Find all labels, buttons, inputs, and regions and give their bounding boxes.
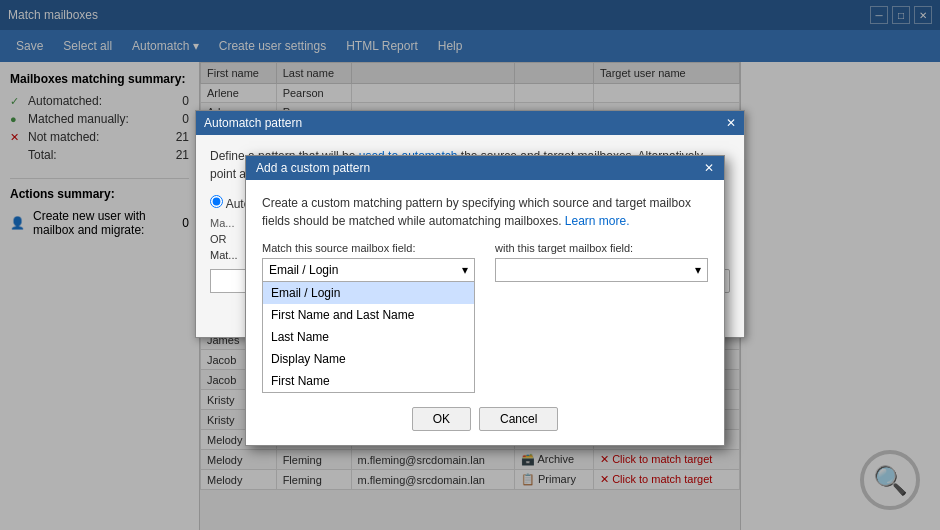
custom-pattern-titlebar: Add a custom pattern ✕: [246, 156, 724, 180]
chevron-down-icon: ▾: [462, 263, 468, 277]
chevron-down-icon-target: ▾: [695, 263, 701, 277]
custom-pattern-buttons: OK Cancel: [262, 407, 708, 431]
target-dropdown-button[interactable]: ▾: [495, 258, 708, 282]
custom-pattern-close-button[interactable]: ✕: [704, 161, 714, 175]
custom-pattern-content: Create a custom matching pattern by spec…: [246, 180, 724, 445]
target-field-label: with this target mailbox field:: [495, 242, 708, 254]
custom-pattern-cancel-button[interactable]: Cancel: [479, 407, 558, 431]
automatch-title: Automatch pattern: [204, 116, 302, 130]
automatch-close-button[interactable]: ✕: [726, 116, 736, 130]
source-dropdown-list: Email / Login First Name and Last Name L…: [262, 281, 475, 393]
custom-pattern-ok-button[interactable]: OK: [412, 407, 471, 431]
automatch-radio-auto[interactable]: [210, 195, 223, 208]
custom-pattern-title: Add a custom pattern: [256, 161, 370, 175]
learn-more-link[interactable]: Learn more.: [565, 214, 630, 228]
target-field-group: with this target mailbox field: ▾: [495, 242, 708, 393]
source-option-lastname[interactable]: Last Name: [263, 326, 474, 348]
fields-row: Match this source mailbox field: Email /…: [262, 242, 708, 393]
source-dropdown-value: Email / Login: [269, 263, 338, 277]
dialog-custom-pattern: Add a custom pattern ✕ Create a custom m…: [245, 155, 725, 446]
source-field-label: Match this source mailbox field:: [262, 242, 475, 254]
source-option-email[interactable]: Email / Login: [263, 282, 474, 304]
custom-pattern-description: Create a custom matching pattern by spec…: [262, 194, 708, 230]
source-field-group: Match this source mailbox field: Email /…: [262, 242, 475, 393]
source-option-firstname-lastname[interactable]: First Name and Last Name: [263, 304, 474, 326]
source-option-display-name[interactable]: Display Name: [263, 348, 474, 370]
source-option-firstname[interactable]: First Name: [263, 370, 474, 392]
automatch-titlebar: Automatch pattern ✕: [196, 111, 744, 135]
source-dropdown-button[interactable]: Email / Login ▾: [262, 258, 475, 282]
